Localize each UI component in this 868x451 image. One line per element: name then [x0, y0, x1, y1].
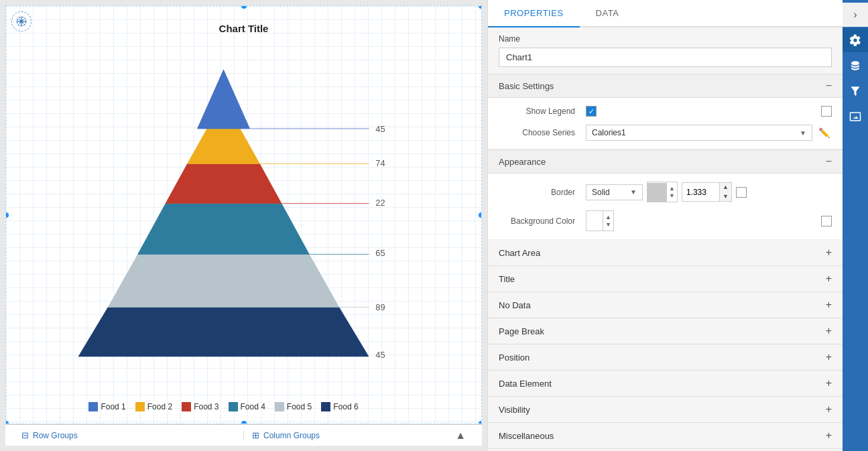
basic-settings-header[interactable]: Basic Settings − [488, 74, 843, 98]
border-width-field[interactable] [682, 185, 719, 200]
appearance-title: Appearance [499, 157, 546, 167]
resize-handle-top-right[interactable] [479, 5, 482, 9]
border-color-swatch [647, 183, 666, 202]
legend-item-food2: Food 2 [135, 402, 172, 411]
label-45-bottom: 45 [375, 350, 385, 360]
show-legend-checkbox-alt[interactable] [821, 106, 832, 117]
no-data-icon: + [826, 299, 832, 311]
choose-series-label: Choose Series [499, 128, 586, 137]
chart-area-header[interactable]: Chart Area + [488, 240, 843, 265]
sidebar-image-icon[interactable] [843, 105, 868, 129]
position-title: Position [499, 352, 530, 363]
border-checkbox[interactable] [736, 187, 747, 198]
position-header[interactable]: Position + [488, 344, 843, 370]
title-header[interactable]: Title + [488, 266, 843, 292]
page-break-section: Page Break + [488, 318, 843, 344]
miscellaneous-section: Miscellaneous + [488, 423, 843, 449]
border-width-input: ▲ ▼ [682, 182, 732, 202]
resize-handle-bottom-right[interactable] [479, 421, 482, 424]
panel-tabs: PROPERTIES DATA [488, 0, 843, 27]
show-legend-label: Show Legend [499, 107, 586, 116]
data-element-header[interactable]: Data Element + [488, 371, 843, 396]
resize-handle-bottom-left[interactable] [5, 421, 9, 424]
sidebar-database-icon[interactable] [843, 54, 868, 78]
label-65: 65 [375, 248, 385, 258]
border-style-select[interactable]: Solid ▼ [586, 184, 643, 200]
bg-color-picker[interactable]: ▲▼ [586, 210, 614, 231]
resize-handle-middle-left[interactable] [5, 212, 9, 218]
border-label: Border [499, 188, 586, 197]
tab-properties[interactable]: PROPERTIES [488, 0, 580, 27]
bg-color-row: Background Color ▲▼ [499, 210, 832, 231]
legend-label-food5: Food 5 [287, 402, 312, 411]
edit-series-icon[interactable]: ✏️ [816, 125, 832, 140]
choose-series-content: Calories1 ▼ ✏️ [586, 125, 832, 141]
border-content: Solid ▼ ▲▼ ▲ [586, 182, 832, 202]
border-width-down[interactable]: ▼ [720, 192, 731, 202]
label-89: 89 [375, 302, 385, 312]
no-data-section: No Data + [488, 292, 843, 318]
resize-handle-bottom-center[interactable] [241, 421, 247, 424]
appearance-header[interactable]: Appearance − [488, 149, 843, 174]
segment-5 [108, 254, 339, 307]
column-groups-label: Column Groups [263, 431, 320, 440]
chart-area-icon: + [826, 247, 832, 259]
tab-data[interactable]: DATA [580, 0, 635, 27]
legend-color-food3 [182, 402, 191, 411]
border-width-spinners: ▲ ▼ [719, 183, 731, 201]
page-break-header[interactable]: Page Break + [488, 318, 843, 344]
border-color-picker[interactable]: ▲▼ [647, 182, 678, 202]
page-break-title: Page Break [499, 326, 544, 336]
row-groups-section: ⊟ Row Groups [13, 430, 244, 440]
miscellaneous-title: Miscellaneous [499, 431, 554, 441]
border-width-up[interactable]: ▲ [720, 183, 731, 192]
visibility-section: Visibility + [488, 397, 843, 423]
label-45-top: 45 [375, 124, 385, 134]
border-row: Border Solid ▼ ▲▼ [499, 182, 832, 202]
miscellaneous-header[interactable]: Miscellaneous + [488, 423, 843, 448]
no-data-title: No Data [499, 300, 531, 310]
choose-series-value: Calories1 [592, 128, 626, 137]
chart-area-section: Chart Area + [488, 240, 843, 266]
bg-color-swatch [586, 212, 603, 231]
collapse-arrow[interactable]: ▲ [455, 430, 466, 442]
chart-canvas: Chart Title [5, 5, 482, 424]
pyramid-chart: 45 74 22 65 89 45 [13, 33, 434, 370]
sidebar-expand[interactable]: › [843, 3, 868, 27]
panel-content: Name Basic Settings − Show Legend [488, 27, 843, 451]
no-data-header[interactable]: No Data + [488, 292, 843, 318]
sidebar-filter-icon[interactable] [843, 79, 868, 103]
segment-4 [137, 203, 309, 254]
data-element-section: Data Element + [488, 371, 843, 397]
column-groups-section: ⊞ Column Groups ▲ [244, 430, 474, 442]
label-74: 74 [375, 158, 385, 168]
bottom-bar: ⊟ Row Groups ⊞ Column Groups ▲ [5, 424, 482, 446]
segment-1b [197, 69, 250, 129]
choose-series-row: Choose Series Calories1 ▼ ✏️ [499, 125, 832, 141]
row-groups-label: Row Groups [33, 431, 78, 440]
bg-color-checkbox[interactable] [821, 216, 832, 227]
legend-color-food4 [229, 402, 238, 411]
show-legend-checkbox[interactable] [586, 106, 597, 117]
show-legend-content [586, 106, 832, 117]
name-input[interactable] [499, 48, 832, 67]
legend-label-food1: Food 1 [101, 402, 125, 411]
legend-item-food6: Food 6 [321, 402, 358, 411]
basic-settings-title: Basic Settings [499, 81, 554, 91]
legend-color-food2 [135, 402, 145, 411]
choose-series-arrow: ▼ [800, 129, 806, 137]
appearance-toggle: − [826, 155, 832, 168]
resize-handle-middle-right[interactable] [479, 212, 482, 218]
label-22: 22 [375, 198, 385, 208]
name-label: Name [499, 34, 832, 44]
sidebar-settings-icon[interactable] [843, 28, 868, 52]
title-title: Title [499, 274, 515, 284]
bg-color-content: ▲▼ [586, 210, 832, 231]
resize-handle-top-center[interactable] [241, 5, 247, 9]
name-section: Name [488, 27, 843, 74]
visibility-header[interactable]: Visibility + [488, 397, 843, 422]
choose-series-select[interactable]: Calories1 ▼ [586, 125, 812, 141]
right-panel: PROPERTIES DATA Name Basic Settings − Sh… [487, 0, 843, 451]
position-icon: + [826, 351, 832, 363]
border-style-arrow: ▼ [630, 188, 637, 196]
